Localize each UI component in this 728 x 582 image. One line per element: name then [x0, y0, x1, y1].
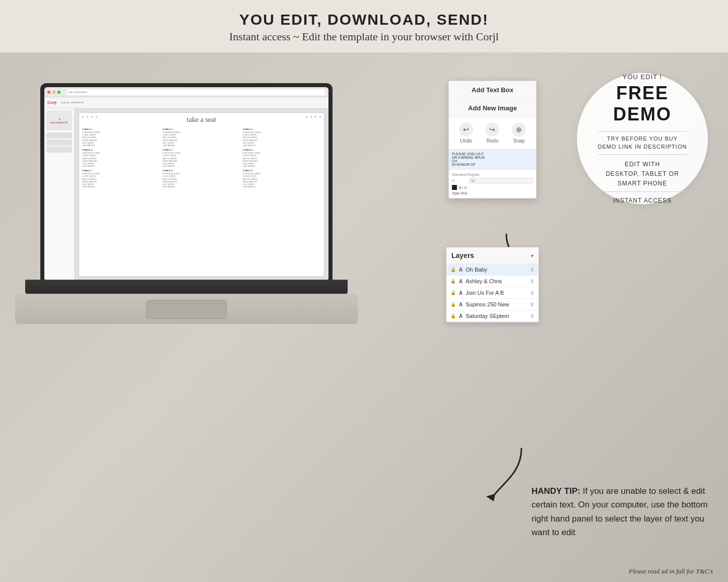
panel-icons-row: ↩ Undo ↪ Redo ⊕ Snap [449, 117, 536, 149]
tc-note: Please read ad in full for T&C's [629, 567, 713, 575]
layers-title: Layers [451, 251, 474, 260]
browser-dot-green [57, 91, 60, 94]
demo-divider-2 [598, 154, 687, 155]
laptop-screen-outer: corjl.com/templates Corjl Order Id: 1500… [40, 83, 333, 285]
layer-name: Ashley & Chris [466, 278, 527, 284]
handy-tip: HANDY TIP: If you are unable to select &… [532, 484, 708, 539]
layer-item-join-us[interactable]: 🔒 A Join Us For A B 🗑 [446, 287, 539, 299]
table-8: TABLE 8 SAMANTHA JONESCAROL WHITEMEGAN S… [162, 169, 240, 188]
laptop-trackpad [146, 300, 227, 319]
panel-settings: Standard Regular H 11 B I U Style Text [449, 170, 536, 198]
corjl-main: ⚠ INCOMPLETE [44, 108, 328, 281]
settings-font-label: Standard Regular [452, 173, 480, 176]
layer-lock-icon: 🔒 [450, 313, 456, 318]
sidebar-tools [46, 133, 72, 153]
layer-trash-icon[interactable]: 🗑 [530, 279, 535, 284]
corjl-nav: Order Id: 1500758194 [60, 101, 83, 104]
redo-icon[interactable]: ↪ [485, 122, 499, 137]
table-5: TABLE 5 SAMANTHA JONESCAROL WHITEMEGAN S… [162, 149, 240, 167]
settings-row-size: H 11 [452, 178, 533, 183]
browser-dot-red [47, 91, 50, 94]
laptop-trackpad-area [15, 294, 358, 324]
seating-title: take a seat [79, 116, 324, 124]
nav-item: Order Id: 1500758194 [60, 101, 83, 104]
text-style-buttons: B I U [459, 186, 467, 189]
incomplete-icon: ⚠ [58, 117, 60, 120]
handy-tip-bold: HANDY TIP: [532, 486, 580, 496]
layer-item-supinos[interactable]: 🔒 A Supinos 250 New 🗑 [446, 299, 539, 310]
layer-lock-icon: 🔒 [450, 267, 456, 272]
demo-divider [598, 131, 687, 132]
undo-icon[interactable]: ↩ [459, 122, 473, 137]
layer-trash-icon[interactable]: 🗑 [530, 302, 535, 307]
corjl-canvas: ✦ ✦ ✦ ✦ ✦ ✦ ✦ ✦ take a seat TABLE 1 SAMA… [75, 108, 328, 281]
layer-name: Join Us For A B [466, 290, 527, 296]
corjl-logo: Corjl [47, 100, 56, 105]
corjl-toolbar: Corjl Order Id: 1500758194 [44, 97, 328, 108]
layer-trash-icon[interactable]: 🗑 [530, 267, 535, 272]
layer-type-label: A [459, 313, 462, 319]
top-banner: YOU EDIT, DOWNLOAD, SEND! Instant access… [0, 0, 728, 53]
layers-panel: Layers ▾ 🔒 A Oh Baby 🗑 🔒 A Ashley & Chri… [446, 247, 539, 322]
seating-tables: TABLE 1 SAMANTHA JONESCAROL WHITEMEGAN S… [79, 126, 324, 190]
color-swatch[interactable] [452, 185, 457, 190]
layer-item-ashley-chris[interactable]: 🔒 A Ashley & Chris 🗑 [446, 276, 539, 287]
demo-free: FREE [616, 83, 669, 104]
layer-type-label: A [459, 302, 462, 307]
tool-item [46, 147, 72, 153]
browser-dot-yellow [52, 91, 55, 94]
svg-marker-1 [486, 494, 495, 501]
demo-divider-3 [598, 191, 687, 192]
layer-lock-icon: 🔒 [450, 290, 456, 295]
settings-row-color: B I U [452, 185, 533, 190]
corjl-tool-panel: Add Text Box Add New Image ↩ Undo ↪ Redo… [448, 81, 537, 199]
table-4: TABLE 4 SAMANTHA JONESCAROL WHITEMEGAN S… [82, 149, 160, 167]
browser-bar: corjl.com/templates [44, 87, 328, 97]
demo-you-edit: YOU EDIT ! [623, 73, 662, 81]
style-text-label: Style Text [452, 191, 533, 195]
layer-item-saturday[interactable]: 🔒 A Saturday SEptem 🗑 [446, 310, 539, 322]
table-7: TABLE 7 SAMANTHA JONESCAROL WHITEMEGAN S… [82, 169, 160, 188]
table-6: TABLE 6 SAMANTHA JONESCAROL WHITEMEGAN S… [243, 149, 321, 167]
layer-trash-icon[interactable]: 🗑 [530, 290, 535, 295]
arrow-to-tip [481, 443, 532, 504]
layer-trash-icon[interactable]: 🗑 [530, 313, 535, 318]
laptop-screen-inner: corjl.com/templates Corjl Order Id: 1500… [44, 87, 328, 281]
settings-size-label: H [452, 179, 467, 182]
settings-row-font: Standard Regular [452, 173, 533, 176]
sidebar-item-incomplete: ⚠ INCOMPLETE [46, 110, 72, 131]
table-1: TABLE 1 SAMANTHA JONESCAROL WHITEMEGAN S… [82, 128, 160, 147]
snap-label: Snap [513, 138, 524, 144]
layer-lock-icon: 🔒 [450, 302, 456, 307]
demo-try: TRY BEFORE YOU BUYDEMO LINK IN DESCRIPTI… [598, 135, 687, 151]
free-demo-circle: YOU EDIT ! FREE DEMO TRY BEFORE YOU BUYD… [577, 73, 708, 204]
laptop: corjl.com/templates Corjl Order Id: 1500… [15, 83, 358, 537]
browser-url-bar: corjl.com/templates [65, 89, 325, 95]
table-3: TABLE 3 SAMANTHA JONESCAROL WHITEMEGAN S… [243, 128, 321, 147]
corjl-sidebar: ⚠ INCOMPLETE [44, 108, 75, 281]
add-text-box-button[interactable]: Add Text Box [449, 81, 536, 99]
corjl-editor: Corjl Order Id: 1500758194 ⚠ INCOMPLETE [44, 97, 328, 281]
table-9: TABLE 9 SAMANTHA JONESCAROL WHITEMEGAN S… [243, 169, 321, 188]
settings-size-value: 11 [469, 178, 533, 183]
seating-chart: ✦ ✦ ✦ ✦ ✦ ✦ ✦ ✦ take a seat TABLE 1 SAMA… [79, 112, 324, 277]
incomplete-label: INCOMPLETE [50, 121, 68, 124]
undo-label: Undo [460, 138, 472, 144]
layer-item-oh-baby[interactable]: 🔒 A Oh Baby 🗑 [446, 264, 539, 276]
redo-label: Redo [487, 138, 499, 144]
redo-icon-item: ↪ Redo [485, 122, 499, 144]
snap-icon[interactable]: ⊕ [512, 122, 526, 137]
add-new-image-button[interactable]: Add New Image [449, 99, 536, 117]
layers-panel-header: Layers ▾ [446, 247, 539, 264]
layer-name: Supinos 250 New [466, 301, 527, 307]
tool-item [46, 133, 72, 139]
banner-headline: YOU EDIT, DOWNLOAD, SEND! [0, 11, 728, 28]
undo-icon-item: ↩ Undo [459, 122, 473, 144]
tool-item [46, 140, 72, 146]
table-2: TABLE 2 SAMANTHA JONESCAROL WHITEMEGAN S… [162, 128, 240, 147]
laptop-base [25, 280, 348, 294]
layers-chevron-icon[interactable]: ▾ [531, 253, 534, 258]
demo-instant: INSTANT ACCESS [613, 197, 672, 204]
layer-type-label: A [459, 290, 462, 296]
layer-name: Saturday SEptem [466, 313, 527, 319]
